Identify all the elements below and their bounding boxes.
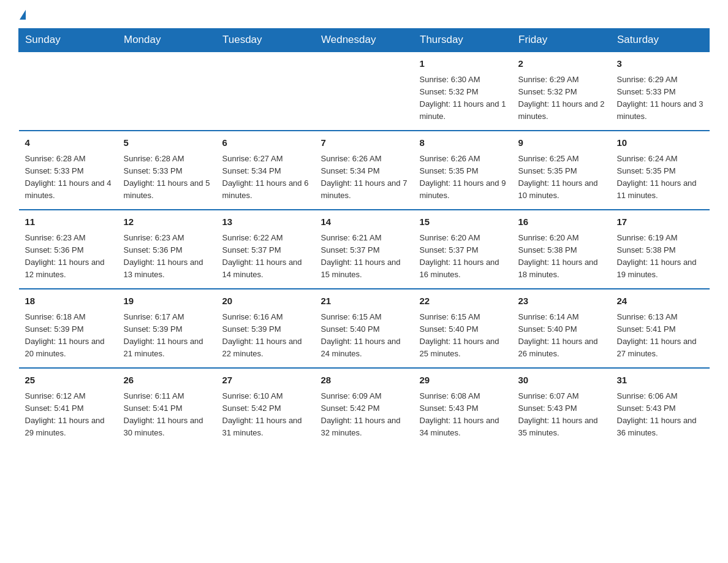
- calendar-cell: 25Sunrise: 6:12 AMSunset: 5:41 PMDayligh…: [19, 368, 118, 446]
- calendar-cell: 1Sunrise: 6:30 AMSunset: 5:32 PMDaylight…: [414, 52, 512, 131]
- day-number: 21: [321, 294, 408, 308]
- day-info: Sunrise: 6:12 AMSunset: 5:41 PMDaylight:…: [25, 390, 112, 440]
- calendar-cell: 30Sunrise: 6:07 AMSunset: 5:43 PMDayligh…: [512, 368, 611, 446]
- day-number: 3: [617, 57, 703, 71]
- calendar-cell: 5Sunrise: 6:28 AMSunset: 5:33 PMDaylight…: [118, 131, 216, 210]
- calendar-cell: 11Sunrise: 6:23 AMSunset: 5:36 PMDayligh…: [19, 210, 118, 289]
- calendar-cell: 13Sunrise: 6:22 AMSunset: 5:37 PMDayligh…: [216, 210, 315, 289]
- day-number: 5: [124, 136, 210, 150]
- day-info: Sunrise: 6:15 AMSunset: 5:40 PMDaylight:…: [420, 311, 506, 361]
- weekday-header-friday: Friday: [512, 29, 611, 52]
- day-info: Sunrise: 6:25 AMSunset: 5:35 PMDaylight:…: [518, 153, 605, 202]
- day-info: Sunrise: 6:28 AMSunset: 5:33 PMDaylight:…: [124, 153, 210, 202]
- day-number: 23: [518, 294, 605, 308]
- day-info: Sunrise: 6:27 AMSunset: 5:34 PMDaylight:…: [222, 153, 309, 202]
- calendar-cell: 4Sunrise: 6:28 AMSunset: 5:33 PMDaylight…: [19, 131, 118, 210]
- day-info: Sunrise: 6:30 AMSunset: 5:32 PMDaylight:…: [420, 74, 506, 123]
- calendar-cell: 20Sunrise: 6:16 AMSunset: 5:39 PMDayligh…: [216, 289, 315, 368]
- day-info: Sunrise: 6:09 AMSunset: 5:42 PMDaylight:…: [321, 390, 408, 440]
- day-number: 13: [222, 215, 309, 229]
- day-info: Sunrise: 6:20 AMSunset: 5:38 PMDaylight:…: [518, 232, 605, 282]
- calendar-cell: 27Sunrise: 6:10 AMSunset: 5:42 PMDayligh…: [216, 368, 315, 446]
- day-number: 17: [617, 215, 703, 229]
- day-number: 27: [222, 373, 309, 388]
- day-number: 9: [518, 136, 605, 150]
- calendar-cell: 16Sunrise: 6:20 AMSunset: 5:38 PMDayligh…: [512, 210, 611, 289]
- page-header: [18, 12, 710, 22]
- weekday-header-monday: Monday: [118, 29, 216, 52]
- calendar-cell: 31Sunrise: 6:06 AMSunset: 5:43 PMDayligh…: [611, 368, 710, 446]
- day-info: Sunrise: 6:28 AMSunset: 5:33 PMDaylight:…: [25, 153, 112, 202]
- day-info: Sunrise: 6:18 AMSunset: 5:39 PMDaylight:…: [25, 311, 112, 361]
- day-info: Sunrise: 6:13 AMSunset: 5:41 PMDaylight:…: [617, 311, 703, 361]
- day-number: 31: [617, 373, 703, 388]
- day-number: 15: [420, 215, 506, 229]
- day-info: Sunrise: 6:24 AMSunset: 5:35 PMDaylight:…: [617, 153, 703, 202]
- day-number: 16: [518, 215, 605, 229]
- day-number: 19: [124, 294, 210, 308]
- calendar-week-1: 1Sunrise: 6:30 AMSunset: 5:32 PMDaylight…: [19, 52, 710, 131]
- day-number: 6: [222, 136, 309, 150]
- calendar-cell: 3Sunrise: 6:29 AMSunset: 5:33 PMDaylight…: [611, 52, 710, 131]
- day-number: 24: [617, 294, 703, 308]
- day-info: Sunrise: 6:11 AMSunset: 5:41 PMDaylight:…: [124, 390, 210, 440]
- calendar-cell: 24Sunrise: 6:13 AMSunset: 5:41 PMDayligh…: [611, 289, 710, 368]
- calendar-cell: 9Sunrise: 6:25 AMSunset: 5:35 PMDaylight…: [512, 131, 611, 210]
- day-info: Sunrise: 6:29 AMSunset: 5:33 PMDaylight:…: [617, 74, 703, 123]
- weekday-header-thursday: Thursday: [414, 29, 512, 52]
- weekday-header-row: SundayMondayTuesdayWednesdayThursdayFrid…: [19, 29, 710, 52]
- day-info: Sunrise: 6:26 AMSunset: 5:34 PMDaylight:…: [321, 153, 408, 202]
- day-info: Sunrise: 6:08 AMSunset: 5:43 PMDaylight:…: [420, 390, 506, 440]
- calendar-cell: 21Sunrise: 6:15 AMSunset: 5:40 PMDayligh…: [315, 289, 414, 368]
- day-number: 14: [321, 215, 408, 229]
- calendar-cell: 2Sunrise: 6:29 AMSunset: 5:32 PMDaylight…: [512, 52, 611, 131]
- calendar-cell: [19, 52, 118, 131]
- calendar-cell: 17Sunrise: 6:19 AMSunset: 5:38 PMDayligh…: [611, 210, 710, 289]
- logo-triangle-icon: [20, 10, 26, 20]
- weekday-header-saturday: Saturday: [611, 29, 710, 52]
- day-info: Sunrise: 6:07 AMSunset: 5:43 PMDaylight:…: [518, 390, 605, 440]
- day-number: 11: [25, 215, 112, 229]
- day-number: 10: [617, 136, 703, 150]
- calendar-cell: 29Sunrise: 6:08 AMSunset: 5:43 PMDayligh…: [414, 368, 512, 446]
- calendar-cell: 12Sunrise: 6:23 AMSunset: 5:36 PMDayligh…: [118, 210, 216, 289]
- day-number: 1: [420, 57, 506, 71]
- day-info: Sunrise: 6:22 AMSunset: 5:37 PMDaylight:…: [222, 232, 309, 282]
- calendar-week-2: 4Sunrise: 6:28 AMSunset: 5:33 PMDaylight…: [19, 131, 710, 210]
- calendar-cell: 8Sunrise: 6:26 AMSunset: 5:35 PMDaylight…: [414, 131, 512, 210]
- day-info: Sunrise: 6:10 AMSunset: 5:42 PMDaylight:…: [222, 390, 309, 440]
- day-info: Sunrise: 6:20 AMSunset: 5:37 PMDaylight:…: [420, 232, 506, 282]
- day-info: Sunrise: 6:16 AMSunset: 5:39 PMDaylight:…: [222, 311, 309, 361]
- day-number: 18: [25, 294, 112, 308]
- calendar-cell: [216, 52, 315, 131]
- calendar-week-4: 18Sunrise: 6:18 AMSunset: 5:39 PMDayligh…: [19, 289, 710, 368]
- calendar-cell: 19Sunrise: 6:17 AMSunset: 5:39 PMDayligh…: [118, 289, 216, 368]
- calendar-week-3: 11Sunrise: 6:23 AMSunset: 5:36 PMDayligh…: [19, 210, 710, 289]
- calendar-cell: 26Sunrise: 6:11 AMSunset: 5:41 PMDayligh…: [118, 368, 216, 446]
- day-number: 7: [321, 136, 408, 150]
- day-number: 25: [25, 373, 112, 388]
- day-info: Sunrise: 6:29 AMSunset: 5:32 PMDaylight:…: [518, 74, 605, 123]
- weekday-header-sunday: Sunday: [19, 29, 118, 52]
- calendar-cell: 22Sunrise: 6:15 AMSunset: 5:40 PMDayligh…: [414, 289, 512, 368]
- day-number: 30: [518, 373, 605, 388]
- day-number: 2: [518, 57, 605, 71]
- day-info: Sunrise: 6:14 AMSunset: 5:40 PMDaylight:…: [518, 311, 605, 361]
- calendar-cell: 28Sunrise: 6:09 AMSunset: 5:42 PMDayligh…: [315, 368, 414, 446]
- day-info: Sunrise: 6:21 AMSunset: 5:37 PMDaylight:…: [321, 232, 408, 282]
- calendar-cell: [118, 52, 216, 131]
- calendar-cell: 6Sunrise: 6:27 AMSunset: 5:34 PMDaylight…: [216, 131, 315, 210]
- calendar-cell: 14Sunrise: 6:21 AMSunset: 5:37 PMDayligh…: [315, 210, 414, 289]
- day-number: 22: [420, 294, 506, 308]
- calendar-cell: [315, 52, 414, 131]
- day-number: 28: [321, 373, 408, 388]
- day-number: 8: [420, 136, 506, 150]
- calendar-cell: 23Sunrise: 6:14 AMSunset: 5:40 PMDayligh…: [512, 289, 611, 368]
- day-number: 26: [124, 373, 210, 388]
- day-info: Sunrise: 6:23 AMSunset: 5:36 PMDaylight:…: [25, 232, 112, 282]
- day-number: 12: [124, 215, 210, 229]
- weekday-header-tuesday: Tuesday: [216, 29, 315, 52]
- day-info: Sunrise: 6:06 AMSunset: 5:43 PMDaylight:…: [617, 390, 703, 440]
- calendar-cell: 7Sunrise: 6:26 AMSunset: 5:34 PMDaylight…: [315, 131, 414, 210]
- day-number: 29: [420, 373, 506, 388]
